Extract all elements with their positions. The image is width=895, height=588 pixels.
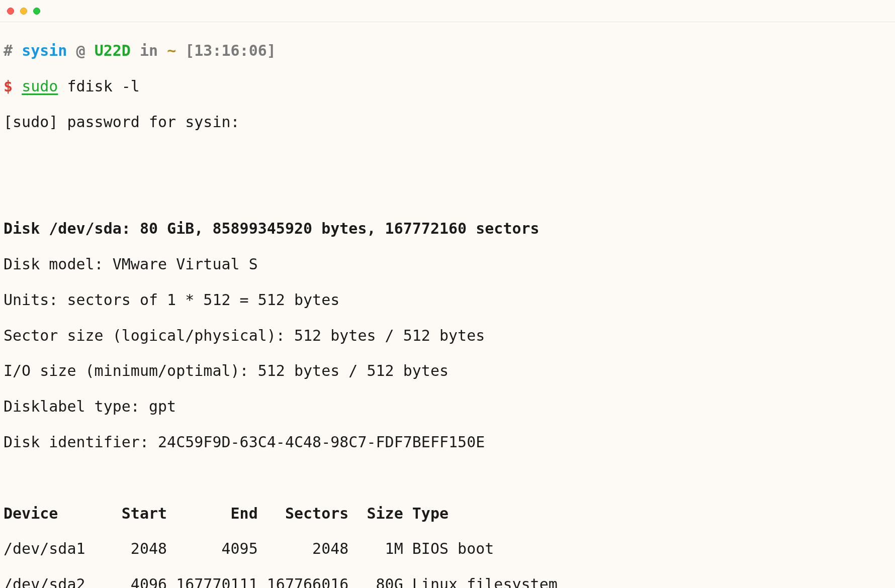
window-titlebar [0,0,895,22]
prompt-dollar: $ [4,77,13,95]
window-maximize-button[interactable] [33,8,40,15]
prompt-hash: # [4,42,13,59]
window-minimize-button[interactable] [20,8,27,15]
table-row: /dev/sda2 4096 167770111 167766016 80G L… [4,575,891,588]
table-row: /dev/sda1 2048 4095 2048 1M BIOS boot [4,540,891,557]
command-sudo: sudo [22,77,58,95]
disk1-sector-size: Sector size (logical/physical): 512 byte… [4,327,891,344]
disk1-header: Disk /dev/sda: 80 GiB, 85899345920 bytes… [4,220,891,237]
prompt-in: in [131,42,167,59]
prompt-line-1: # sysin @ U22D in ~ [13:16:06] [4,42,891,59]
terminal-area[interactable]: # sysin @ U22D in ~ [13:16:06] $ sudo fd… [0,22,895,588]
prompt-at: @ [67,42,94,59]
disk1-model: Disk model: VMware Virtual S [4,255,891,273]
prompt-line-2: $ sudo fdisk -l [4,77,891,95]
prompt-host: U22D [95,42,131,59]
prompt-user: sysin [22,42,67,59]
sudo-password-prompt: [sudo] password for sysin: [4,113,891,131]
disk1-identifier: Disk identifier: 24C59F9D-63C4-4C48-98C7… [4,433,891,451]
partition-table-header: Device Start End Sectors Size Type [4,505,891,522]
window-close-button[interactable] [7,8,14,15]
command-args: fdisk -l [58,77,140,95]
disk1-io-size: I/O size (minimum/optimal): 512 bytes / … [4,362,891,379]
prompt-time: [13:16:06] [176,42,276,59]
disk1-label-type: Disklabel type: gpt [4,398,891,415]
disk1-units: Units: sectors of 1 * 512 = 512 bytes [4,291,891,309]
prompt-cwd: ~ [167,42,176,59]
